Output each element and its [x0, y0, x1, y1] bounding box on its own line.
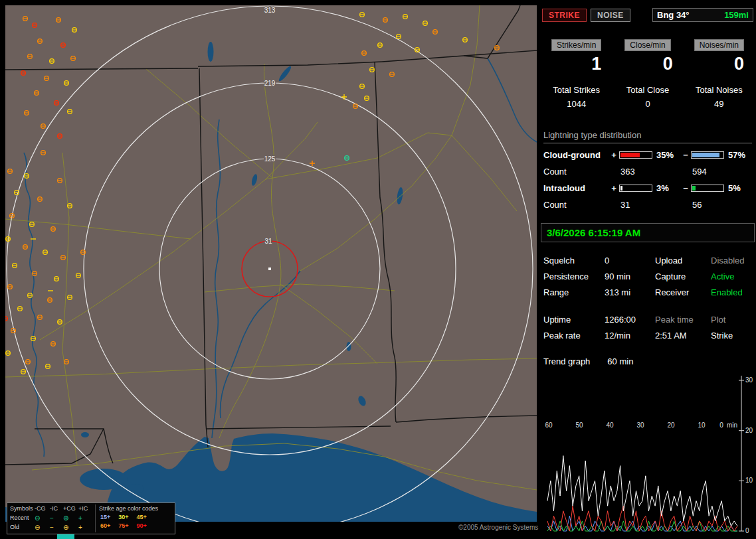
cloud-ground-label: Cloud-ground: [543, 150, 609, 160]
old-ic-neg-icon: −: [50, 523, 63, 532]
uptime-value: 1266:00: [605, 315, 655, 325]
receiver-marker: [268, 268, 271, 270]
status-grid: Squelch 0 Upload Disabled Persistence 90…: [543, 256, 752, 297]
persistence-value: 90 min: [605, 271, 655, 281]
close-per-min-button[interactable]: Close/min: [624, 39, 670, 51]
ic-minus-count: 56: [691, 200, 724, 210]
capture-status: Active: [711, 271, 752, 281]
trend-graph: 30 20 10 0 60 50 40 30 20 10 0 min: [541, 372, 755, 538]
plot-value: Strike: [711, 331, 752, 341]
nexstorm-app: 313 219 125 31 Symbols -CG -IC +CG +IC R…: [0, 0, 756, 539]
intracloud-label: Intracloud: [543, 183, 609, 193]
ic-plus-pct: 3%: [652, 183, 680, 193]
total-noises-value: 49: [684, 99, 755, 109]
receiver-status: Enabled: [711, 287, 752, 297]
map-canvas[interactable]: 313 219 125 31: [5, 5, 537, 522]
strikes-per-min-button[interactable]: Strikes/min: [551, 39, 601, 51]
map: 313 219 125 31 Symbols -CG -IC +CG +IC R…: [5, 5, 537, 522]
panel-header: STRIKE NOISE Bng 34° 159mi: [542, 8, 753, 22]
distribution-title: Lightning type distribution: [543, 130, 752, 143]
age-code-15: 15+: [100, 513, 110, 522]
y-tick-10: 10: [745, 477, 753, 484]
cg-plus-sign: +: [609, 150, 619, 160]
ic-plus-bar: [619, 185, 652, 192]
recent-cg-pos-icon: ⊕: [63, 514, 78, 523]
ic-minus-sign: −: [680, 183, 691, 193]
total-noises-label: Total Noises: [684, 85, 755, 95]
ic-minus-pct: 5%: [724, 183, 752, 193]
age-code-90: 90+: [137, 522, 147, 530]
legend-symbols-header: Symbols: [10, 504, 35, 514]
upload-status: Disabled: [711, 256, 752, 266]
legend-recent-label: Recent: [10, 514, 35, 523]
range-label: Range: [543, 287, 605, 297]
bearing-box: Bng 34° 159mi: [652, 8, 753, 22]
rate-values-row: 1 0 0: [541, 54, 755, 74]
recent-ic-pos-icon: +: [78, 514, 90, 523]
legend-age-header: Strike age color codes: [99, 504, 172, 513]
old-cg-pos-icon: ⊕: [63, 523, 78, 532]
plot-label: Plot: [711, 315, 752, 325]
close-per-min-value: 0: [612, 54, 683, 74]
y-tick-20: 20: [745, 427, 753, 434]
age-code-45: 45+: [137, 513, 147, 522]
x-tick-20: 20: [667, 422, 675, 429]
legend-old-label: Old: [10, 523, 35, 532]
noises-per-min-value: 0: [684, 54, 755, 74]
datetime-display: 3/6/2026 6:15:19 AM: [541, 223, 755, 242]
cg-minus-count: 594: [691, 167, 724, 177]
x-tick-40: 40: [606, 422, 614, 429]
strikes-per-min-value: 1: [541, 54, 612, 74]
y-tick-0: 0: [745, 527, 749, 534]
cg-minus-bar: [691, 151, 724, 159]
y-tick-30: 30: [745, 376, 753, 384]
ic-minus-bar: [691, 185, 724, 192]
cg-minus-pct: 57%: [724, 150, 752, 160]
legend-age-codes: Strike age color codes 15+ 30+ 45+ 60+ 7…: [95, 504, 172, 532]
peak-time-label: Peak time: [655, 315, 711, 325]
strike-button[interactable]: STRIKE: [542, 9, 587, 22]
side-panel: STRIKE NOISE Bng 34° 159mi Strikes/min C…: [541, 5, 755, 535]
cg-plus-bar: [619, 151, 652, 159]
ic-plus-count: 31: [619, 200, 652, 210]
squelch-value: 0: [605, 256, 655, 266]
peak-rate-value: 12/min: [605, 331, 655, 341]
x-tick-30: 30: [636, 422, 644, 429]
age-code-30: 30+: [118, 513, 128, 522]
ring-label-125: 125: [264, 155, 276, 163]
copyright-text: ©2005 Astrogenic Systems: [458, 524, 538, 531]
x-tick-10: 10: [698, 422, 706, 429]
total-close-label: Total Close: [612, 85, 683, 95]
x-unit-label: min: [727, 422, 737, 429]
trend-series: [547, 456, 737, 532]
bearing-distance: 159mi: [724, 10, 749, 20]
ic-count-label: Count: [543, 200, 609, 210]
noises-per-min-button[interactable]: Noises/min: [694, 39, 744, 51]
total-strikes-label: Total Strikes: [541, 85, 612, 95]
total-strikes-value: 1044: [541, 99, 612, 109]
trend-graph-label: Trend graph: [543, 356, 590, 366]
trend-header: Trend graph 60 min: [543, 356, 752, 366]
ring-label-219: 219: [264, 80, 276, 87]
cg-minus-sign: −: [680, 150, 691, 160]
noise-button[interactable]: NOISE: [591, 9, 630, 22]
total-close-value: 0: [612, 99, 683, 109]
legend-symbols-table: Symbols -CG -IC +CG +IC Recent ⊖ − ⊕ + O…: [10, 504, 95, 532]
old-cg-neg-icon: ⊖: [35, 523, 50, 532]
map-legend: Symbols -CG -IC +CG +IC Recent ⊖ − ⊕ + O…: [7, 502, 175, 534]
receiver-label: Receiver: [655, 287, 711, 297]
peak-time-value: 2:51 AM: [655, 331, 711, 341]
age-code-60: 60+: [100, 522, 110, 530]
persistence-label: Persistence: [543, 271, 605, 281]
info-grid: Uptime 1266:00 Peak time Plot Peak rate …: [543, 315, 752, 341]
cg-plus-count: 363: [619, 167, 652, 177]
peak-rate-label: Peak rate: [543, 331, 605, 341]
recent-cg-neg-icon: ⊖: [35, 514, 50, 523]
x-tick-50: 50: [575, 422, 583, 429]
uptime-label: Uptime: [543, 315, 605, 325]
distribution-grid: Cloud-ground + 35% − 57% Count 363 594 I…: [543, 150, 752, 210]
upload-label: Upload: [655, 256, 711, 266]
cg-plus-pct: 35%: [652, 150, 680, 160]
totals-row: Total Strikes 1044 Total Close 0 Total N…: [541, 85, 755, 109]
range-value: 313 mi: [605, 287, 655, 297]
